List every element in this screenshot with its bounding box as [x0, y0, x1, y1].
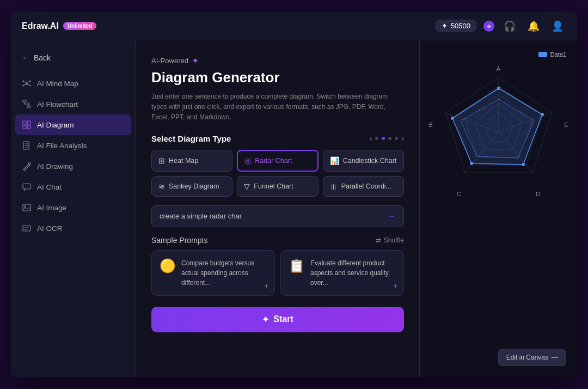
logo-text: Edraw.AI: [22, 21, 59, 31]
svg-rect-21: [23, 184, 30, 189]
ai-drawing-icon: [22, 161, 32, 171]
back-label: Back: [34, 53, 51, 62]
edit-canvas-button[interactable]: Edit in Canvas —: [498, 349, 566, 366]
credits-button[interactable]: ✦ 50500: [435, 20, 477, 32]
shuffle-icon: ⇄: [376, 236, 381, 244]
candlestick-chart-button[interactable]: 📊 Candlestick Chart: [323, 150, 404, 172]
sidebar-item-label: AI Drawing: [37, 162, 73, 171]
svg-point-41: [522, 163, 525, 166]
svg-rect-15: [23, 125, 26, 129]
svg-rect-12: [23, 121, 26, 124]
data-label-text: Data1: [550, 51, 566, 58]
svg-line-5: [24, 82, 27, 82]
sidebar-item-label: AI Mind Map: [37, 80, 78, 88]
sidebar-item-ai-ocr[interactable]: AI OCR: [11, 218, 136, 239]
parallel-icon: ⫼: [330, 182, 338, 191]
sankey-icon: ≋: [158, 182, 165, 191]
headset-icon-button[interactable]: 🎧: [501, 17, 518, 35]
sidebar: ← Back AI Mi: [11, 40, 136, 377]
main-layout: ← Back AI Mi: [11, 40, 577, 377]
sankey-diagram-button[interactable]: ≋ Sankey Diagram: [151, 176, 232, 197]
page-title: Diagram Generator: [151, 69, 404, 86]
back-button[interactable]: ← Back: [11, 49, 136, 66]
prompts-grid: 🟡 Compare budgets versus actual spending…: [151, 250, 404, 296]
sidebar-item-ai-mind-map[interactable]: AI Mind Map: [11, 73, 136, 94]
radar-chart: A B C D E: [433, 66, 564, 197]
dot-4: [395, 137, 398, 140]
shuffle-button[interactable]: ⇄ Shuffle: [376, 236, 404, 244]
prompt-card-2[interactable]: 📋 Evaluate different product aspects and…: [280, 250, 404, 296]
sidebar-item-ai-drawing[interactable]: AI Drawing: [11, 156, 136, 177]
user-icon-button[interactable]: 👤: [549, 17, 566, 35]
heat-map-button[interactable]: ⊞ Heat Map: [151, 150, 232, 172]
parallel-coord-button[interactable]: ⫼ Parallel Coordi...: [323, 176, 404, 197]
input-row: →: [151, 205, 404, 227]
axis-label-c: C: [457, 191, 461, 197]
shuffle-label: Shuffle: [384, 236, 404, 244]
page-description: Just enter one sentence to produce a com…: [151, 92, 404, 123]
sample-prompts-header: Sample Prompts ⇄ Shuffle: [151, 236, 404, 245]
svg-rect-10: [27, 106, 30, 108]
sidebar-item-ai-file-analysis[interactable]: AI File Analysis: [11, 135, 136, 156]
prompt-2-icon: 📋: [289, 258, 305, 273]
prompt-1-text: Compare budgets versus actual spending a…: [181, 258, 267, 288]
svg-point-0: [26, 82, 28, 84]
radar-chart-label: Radar Chart: [255, 157, 292, 165]
axis-label-a: A: [497, 65, 500, 72]
credits-plus-button[interactable]: +: [483, 21, 494, 32]
axis-label-b: B: [429, 121, 433, 128]
app-window: Edraw.AI Unlimited ✦ 50500 + 🎧 🔔 👤 ← Bac…: [11, 12, 577, 377]
ai-diagram-icon: [22, 120, 32, 130]
svg-rect-9: [23, 100, 26, 102]
svg-line-8: [27, 84, 29, 85]
prompt-card-1[interactable]: 🟡 Compare budgets versus actual spending…: [151, 250, 275, 296]
candlestick-label: Candlestick Chart: [343, 157, 397, 165]
sidebar-item-label: AI Image: [37, 204, 66, 212]
funnel-label: Funnel Chart: [254, 183, 293, 190]
funnel-icon: ▽: [244, 182, 250, 191]
sidebar-item-label: AI Chat: [37, 183, 62, 191]
svg-rect-24: [23, 226, 30, 231]
preview-panel: Data1 A B C D E: [419, 40, 577, 377]
sidebar-item-ai-diagram[interactable]: AI Diagram: [15, 114, 131, 135]
ai-chat-icon: [22, 182, 32, 192]
ai-ocr-icon: [22, 223, 32, 233]
diagram-type-header: Select Diagram Type ‹ ›: [151, 134, 404, 143]
data-label: Data1: [538, 51, 566, 58]
next-arrow-button[interactable]: ›: [401, 134, 404, 143]
svg-point-42: [470, 162, 473, 165]
ai-image-icon: [22, 203, 32, 212]
radar-chart-button[interactable]: ◎ Radar Chart: [237, 150, 318, 172]
prompt-2-text: Evaluate different product aspects and s…: [310, 258, 396, 288]
sample-prompts-title: Sample Prompts: [151, 236, 207, 245]
nav-arrows: ‹ ›: [370, 134, 404, 143]
svg-point-23: [24, 206, 26, 208]
data-color-box: [538, 52, 547, 57]
sidebar-item-ai-flowchart[interactable]: AI Flowchart: [11, 94, 136, 114]
ai-powered-text: AI-Powered: [151, 57, 188, 65]
sparkle-icon: ✦: [192, 56, 199, 66]
heat-map-label: Heat Map: [169, 157, 198, 165]
credits-value: 50500: [451, 22, 470, 30]
sidebar-item-label: AI Flowchart: [37, 100, 78, 108]
svg-rect-14: [27, 121, 30, 124]
radar-svg: [433, 66, 564, 197]
prompt-1-icon: 🟡: [160, 258, 176, 273]
sankey-label: Sankey Diagram: [169, 183, 219, 190]
sidebar-item-ai-chat[interactable]: AI Chat: [11, 177, 136, 197]
heat-map-icon: ⊞: [158, 156, 165, 165]
axis-label-d: D: [536, 191, 540, 197]
prev-arrow-button[interactable]: ‹: [370, 134, 372, 143]
ai-flowchart-icon: [22, 99, 32, 109]
funnel-chart-button[interactable]: ▽ Funnel Chart: [237, 176, 318, 197]
diagram-input[interactable]: [160, 212, 387, 220]
start-button[interactable]: ✦ Start: [151, 307, 404, 332]
content-area: AI-Powered ✦ Diagram Generator Just ente…: [136, 40, 577, 377]
panel-main: AI-Powered ✦ Diagram Generator Just ente…: [136, 40, 419, 377]
bell-icon-button[interactable]: 🔔: [525, 17, 542, 35]
start-label: Start: [273, 314, 293, 324]
input-send-button[interactable]: →: [387, 211, 396, 221]
sidebar-item-ai-image[interactable]: AI Image: [11, 197, 136, 218]
dot-2: [382, 137, 385, 140]
ai-mind-map-icon: [22, 78, 32, 88]
